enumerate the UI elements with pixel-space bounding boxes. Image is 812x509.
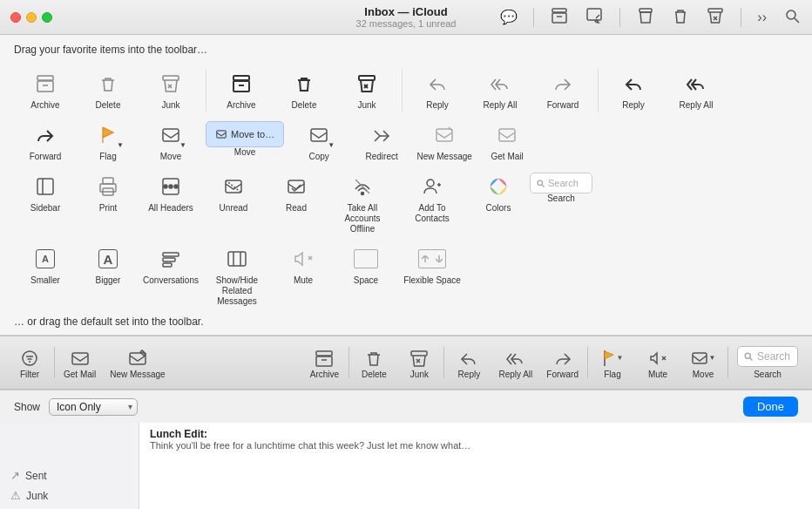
zoom-button[interactable] bbox=[42, 12, 52, 23]
archive-bold-icon bbox=[227, 70, 255, 98]
svg-rect-12 bbox=[37, 81, 53, 92]
svg-rect-6 bbox=[708, 9, 722, 12]
tb-search[interactable]: Search Search bbox=[730, 346, 805, 379]
row1-sep2 bbox=[402, 69, 403, 112]
tb-archive[interactable]: Archive bbox=[301, 343, 347, 383]
tool-copy[interactable]: ▼ Copy bbox=[288, 116, 350, 167]
tool-flexspace[interactable]: Flexible Space bbox=[397, 240, 467, 291]
tb-archive-label: Archive bbox=[310, 370, 339, 379]
tb-reply-icon bbox=[459, 347, 478, 370]
tb-forward[interactable]: Forward bbox=[539, 343, 585, 383]
tool-read[interactable]: Read bbox=[265, 167, 328, 219]
show-select-wrapper[interactable]: Icon Only Icon and Text Text Only ▾ bbox=[49, 398, 138, 416]
search-box-item[interactable]: Search bbox=[530, 173, 592, 193]
sidebar-item-junk[interactable]: ⚠ Junk bbox=[0, 485, 139, 506]
tool-forward-bold[interactable]: Forward bbox=[14, 116, 77, 167]
tool-junk-bold[interactable]: Junk bbox=[335, 64, 398, 116]
tool-replyall-light[interactable]: Reply All bbox=[469, 64, 531, 116]
row1-sep3 bbox=[598, 69, 599, 112]
svg-rect-27 bbox=[436, 129, 452, 141]
tb-delete[interactable]: Delete bbox=[351, 343, 396, 383]
tool-offline[interactable]: Take All Accounts Offline bbox=[328, 167, 397, 240]
tool-sidebar[interactable]: Sidebar bbox=[14, 167, 77, 219]
tool-junk-light[interactable]: Junk bbox=[139, 64, 202, 116]
done-button[interactable]: Done bbox=[743, 397, 798, 417]
moveto-button[interactable]: Move to… bbox=[206, 121, 284, 147]
tool-replyall-bold[interactable]: Reply All bbox=[665, 64, 727, 116]
archive-icon[interactable] bbox=[550, 6, 569, 29]
notes-icon[interactable]: 💬 bbox=[500, 9, 518, 25]
tool-delete-light[interactable]: Delete bbox=[77, 64, 139, 116]
forward-light-icon bbox=[549, 70, 577, 98]
search-box-label: Search bbox=[548, 178, 579, 188]
show-select[interactable]: Icon Only Icon and Text Text Only bbox=[49, 398, 138, 416]
trash-archive-icon[interactable] bbox=[636, 6, 655, 29]
tb-junk[interactable]: Junk bbox=[396, 343, 442, 383]
tool-flag[interactable]: ▼ Flag bbox=[77, 116, 139, 167]
tb-filter[interactable]: Filter bbox=[7, 343, 52, 383]
tool-print[interactable]: Print bbox=[77, 167, 139, 219]
tool-reply-light[interactable]: Reply bbox=[406, 64, 469, 116]
tb-replyall[interactable]: Reply All bbox=[491, 343, 539, 383]
tool-mute[interactable]: Mute bbox=[272, 240, 335, 291]
tool-moveto[interactable]: Move to… Move bbox=[202, 116, 288, 163]
tb-newmessage-label: New Message bbox=[110, 370, 165, 379]
email-preview-body: Think you'll be free for a lunchtime cha… bbox=[150, 440, 472, 451]
search-icon[interactable] bbox=[782, 6, 802, 29]
svg-point-36 bbox=[164, 185, 167, 188]
junk-icon[interactable] bbox=[706, 6, 725, 29]
tool-search-label: Search bbox=[547, 193, 575, 204]
svg-rect-51 bbox=[163, 258, 175, 261]
svg-rect-80 bbox=[693, 353, 707, 363]
more-icon[interactable]: ›› bbox=[757, 10, 767, 25]
tool-unread[interactable]: Unread bbox=[202, 167, 265, 219]
tb-getmail[interactable]: Get Mail bbox=[57, 343, 103, 383]
tb-search-box[interactable]: Search bbox=[737, 346, 798, 367]
tb-flag[interactable]: ▼ Flag bbox=[590, 343, 635, 383]
divider-hint: … or drag the default set into the toolb… bbox=[14, 316, 798, 328]
tool-addcontacts[interactable]: Add To Contacts bbox=[397, 167, 467, 229]
tool-smaller[interactable]: A Smaller bbox=[14, 240, 77, 291]
tool-newmessage[interactable]: New Message bbox=[413, 116, 476, 167]
tool-forward-light[interactable]: Forward bbox=[531, 64, 594, 116]
copy-icon: ▼ bbox=[305, 121, 333, 149]
redirect-icon bbox=[368, 121, 396, 149]
tool-space[interactable]: Space bbox=[335, 240, 397, 291]
svg-rect-25 bbox=[311, 129, 327, 141]
toolbar-grid-row3: Sidebar Print bbox=[14, 167, 798, 240]
close-button[interactable] bbox=[10, 12, 21, 23]
tool-getmail[interactable]: Get Mail bbox=[476, 116, 538, 167]
svg-line-82 bbox=[750, 358, 753, 361]
tb-move[interactable]: ▼ Move bbox=[680, 343, 726, 383]
tool-allheaders[interactable]: All Headers bbox=[139, 167, 202, 219]
flexspace-icon bbox=[418, 245, 446, 273]
sidebar-item-sent[interactable]: ↗ Sent bbox=[0, 465, 139, 485]
tb-mute[interactable]: Mute bbox=[635, 343, 680, 383]
delete-icon[interactable] bbox=[671, 6, 690, 29]
svg-rect-0 bbox=[552, 9, 566, 12]
tool-archive-bold[interactable]: Archive bbox=[210, 64, 273, 116]
tb-newmessage[interactable]: New Message bbox=[103, 343, 172, 383]
tb-reply[interactable]: Reply bbox=[446, 343, 491, 383]
mute-icon bbox=[289, 245, 317, 273]
compose-icon[interactable] bbox=[585, 6, 604, 29]
email-preview: Lunch Edit: Think you'll be free for a l… bbox=[139, 423, 812, 509]
window-title-area: Inbox — iCloud 32 messages, 1 unread bbox=[356, 5, 457, 29]
tool-move[interactable]: ▼ Move bbox=[139, 116, 202, 167]
svg-point-64 bbox=[23, 351, 37, 365]
tool-showhide[interactable]: Show/Hide Related Messages bbox=[202, 240, 272, 312]
tool-conversations[interactable]: Conversations bbox=[139, 240, 202, 291]
flag-icon: ▼ bbox=[94, 121, 122, 149]
tool-redirect[interactable]: Redirect bbox=[350, 116, 413, 167]
tool-archive-light[interactable]: Archive bbox=[14, 64, 77, 116]
tool-reply-bold[interactable]: Reply bbox=[602, 64, 665, 116]
window-subtitle: 32 messages, 1 unread bbox=[356, 18, 457, 29]
junk-sidebar-label: Junk bbox=[26, 490, 48, 502]
tool-search-item[interactable]: Search Search bbox=[530, 167, 592, 209]
minimize-button[interactable] bbox=[26, 12, 37, 23]
tool-bigger[interactable]: A Bigger bbox=[77, 240, 139, 291]
svg-line-10 bbox=[795, 18, 799, 23]
tool-colors[interactable]: Colors bbox=[467, 167, 530, 219]
tb-flag-icon: ▼ bbox=[602, 347, 624, 370]
tool-delete-bold[interactable]: Delete bbox=[273, 64, 335, 116]
